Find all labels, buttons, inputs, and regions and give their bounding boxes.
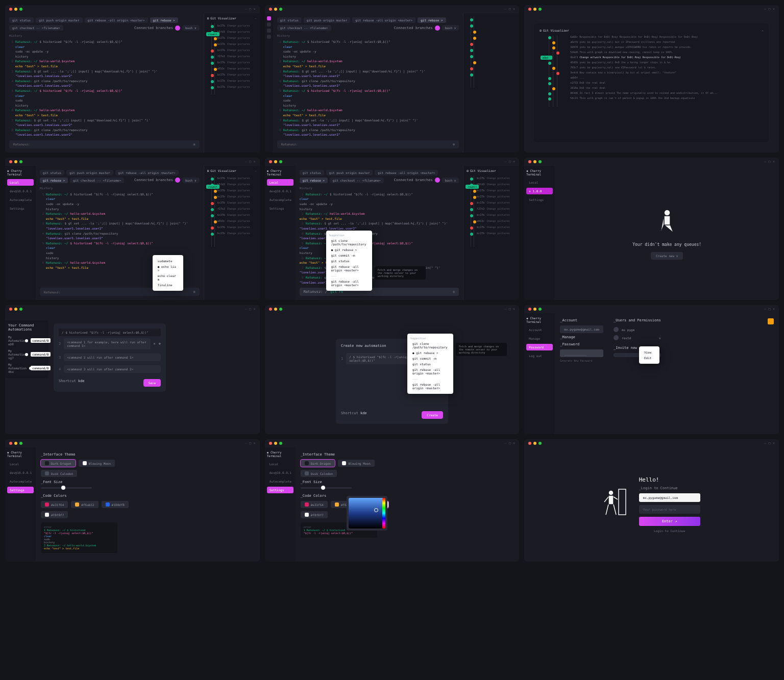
settings-content: _Account mx.pygame@gmail.com _Manage _Pa… xyxy=(555,313,779,434)
font-slider[interactable] xyxy=(41,487,92,489)
color-picker[interactable] xyxy=(347,496,387,531)
empty-illustration-icon xyxy=(652,207,682,237)
panel-title: Your Command Automations xyxy=(8,323,45,332)
permission-popup: View Edit xyxy=(639,346,659,364)
branches-label: Connected branches xyxy=(134,26,173,30)
terminal-window: — ▢ ✕ git status git push origin master … xyxy=(5,5,260,153)
suggestion-item[interactable]: echo clear m xyxy=(156,273,180,282)
nav-icon[interactable] xyxy=(267,29,271,33)
warning-icon[interactable] xyxy=(768,318,774,324)
version-pill[interactable]: + 1.0.0 xyxy=(526,188,553,194)
color-gradient[interactable] xyxy=(349,498,385,528)
svg-rect-2 xyxy=(619,489,626,515)
window-controls: — ▢ ✕ xyxy=(245,7,256,11)
avatar xyxy=(614,327,619,332)
email-input[interactable]: mx.pygame@gmail.com xyxy=(639,493,700,502)
command-field[interactable] xyxy=(13,142,190,146)
create-new-button[interactable]: Create new ∨ xyxy=(651,252,683,260)
viz-icon: ⊞ xyxy=(540,29,542,32)
create-automation-window: — ▢ ✕ Create new automation 1/ $ histori… xyxy=(265,305,520,434)
max-dot[interactable] xyxy=(19,8,22,11)
login-heading: Hello! xyxy=(639,476,700,483)
suggestion-item[interactable]: sudomete xyxy=(156,258,180,264)
theme-colorpicker-window: — ▢ ✕ ◆ Cherry Terminal Local dev@10.0.0… xyxy=(265,439,520,562)
min-dot[interactable] xyxy=(14,8,17,11)
user-row: mx pygm xyxy=(614,325,661,334)
tab[interactable]: git rebase -all origin <master> xyxy=(85,17,148,23)
avatar xyxy=(614,335,619,340)
email-field: mx.pygame@gmail.com xyxy=(560,325,603,333)
automations-window: — ▢ ✕ Your Command Automations My Automa… xyxy=(5,305,260,434)
tab[interactable]: git rebase > xyxy=(150,17,178,23)
svg-rect-4 xyxy=(608,495,614,505)
user-avatar[interactable] xyxy=(175,26,180,31)
empty-text: Your didn't make any queues! xyxy=(632,242,701,247)
tab[interactable]: git push origin master xyxy=(36,17,82,23)
color-chip[interactable]: #180df8 xyxy=(102,501,129,508)
password-input[interactable]: Your password here xyxy=(639,505,700,514)
tab[interactable]: git checkout -- <filename> xyxy=(9,25,63,31)
create-button[interactable]: Create xyxy=(422,411,443,419)
history-label: History xyxy=(9,34,200,37)
lang-select[interactable]: bash ∨ xyxy=(182,25,200,31)
generate-pw-link[interactable]: Generate New Password xyxy=(560,359,603,362)
close-icon[interactable]: ✕ xyxy=(659,336,661,340)
git-viz-modal: ⊞Git Visualizer✕ m8eb5 6a66c Responsible… xyxy=(534,23,769,142)
terminal-pane: git status git push origin master git re… xyxy=(5,13,204,153)
nav-icon[interactable] xyxy=(267,16,271,20)
login-window: — ▢ ✕ Hello! _Login to Continue mx.pygam… xyxy=(524,439,779,562)
sidebar-item[interactable]: dev@10.0.0.1 xyxy=(7,188,34,194)
user-row: rostd✕ xyxy=(614,334,661,342)
close-icon[interactable]: ✕ xyxy=(762,29,764,32)
suggest-popup: Suggestion git clone /path/to/repository… xyxy=(407,334,453,394)
svg-rect-1 xyxy=(664,216,670,225)
suggestion-item[interactable]: finaline xyxy=(156,282,180,288)
code-preview: error 1 Ratunusz: ~/ $ historised "$(fc … xyxy=(41,522,117,553)
svg-point-0 xyxy=(664,210,670,216)
terminal-with-sidebar: — ▢ ✕ ◆ Cherry Terminal Local dev@10.0.0… xyxy=(5,158,260,300)
empty-state: Your didn't make any queues! Create new … xyxy=(555,166,779,300)
command-line[interactable]: / $ historised "$(fc -l -r|uniq| select:… xyxy=(59,329,161,336)
commit-graph: commit bc27bChange pictures b5fd3Change … xyxy=(207,23,257,94)
remove-icon[interactable]: ✕ xyxy=(154,342,156,346)
nav-icon[interactable] xyxy=(267,22,271,27)
add-icon[interactable]: ⊕ xyxy=(159,342,161,346)
theme-chip[interactable]: Blowing Moon xyxy=(79,460,115,467)
account-settings-window: — ▢ ✕ ◆ Cherry Terminal Account Manage P… xyxy=(524,305,779,434)
terminal-window-collapsed-sidebar: — ▢ ✕ git status git push origin master … xyxy=(265,5,520,153)
login-link[interactable]: Login to Continue xyxy=(639,529,700,533)
titlebar: — ▢ ✕ xyxy=(5,5,260,13)
sidebar-item[interactable]: Autocomplete xyxy=(7,196,34,203)
sidebar: ◆ Cherry Terminal Local dev@10.0.0.1 Aut… xyxy=(5,166,36,300)
login-illustration-icon xyxy=(603,487,629,522)
viz-title: ⊞ xyxy=(207,16,209,20)
git-suggest-popup: Suggestion git clone /path/to/repository… xyxy=(326,231,372,291)
suggestion-item[interactable]: ● echo lia > xyxy=(156,264,180,273)
color-chip[interactable]: #f8f8f7 xyxy=(41,511,68,518)
login-content: Hello! _Login to Continue mx.pygame@gmai… xyxy=(524,447,779,562)
sidebar-item[interactable]: Settings xyxy=(7,205,34,212)
login-button[interactable]: Enter ↗ xyxy=(639,517,700,526)
hue-slider[interactable] xyxy=(382,498,385,528)
automations-list: Your Command Automations My Automation o… xyxy=(5,320,48,378)
close-icon[interactable]: — xyxy=(255,16,257,20)
git-visualizer: ⊞Git Visualizer— commit bc27bChange pict… xyxy=(204,13,260,153)
color-chip[interactable]: #e31f64 xyxy=(41,501,68,508)
save-button[interactable]: Save xyxy=(143,379,161,387)
theme-chip[interactable]: Dark Dragon xyxy=(41,460,76,467)
command-input[interactable]: ● xyxy=(9,140,200,148)
empty-queue-window: — ▢ ✕ ◆ Cherry Terminal Local + 1.0.0 Se… xyxy=(524,158,779,300)
tab[interactable]: git status xyxy=(9,17,34,23)
sidebar-item[interactable]: Local xyxy=(7,179,34,186)
nav-icon[interactable] xyxy=(267,35,271,39)
terminal-git-suggest: — ▢ ✕ ◆ Cherry Terminal Local dev@10.0.0… xyxy=(265,158,520,300)
theme-chip[interactable]: Dusk Calodon xyxy=(41,470,77,477)
mic-icon[interactable]: ● xyxy=(193,142,195,146)
login-subheading: _Login to Continue xyxy=(639,486,700,490)
close-dot[interactable] xyxy=(9,8,12,11)
color-chip[interactable]: #f6ab32 xyxy=(71,501,98,508)
password-field[interactable]: ____________ xyxy=(560,349,603,357)
app-title: ◆ Cherry Terminal xyxy=(7,169,34,176)
svg-point-3 xyxy=(608,490,614,495)
git-viz-expanded: — ▢ ✕ ⊞Git Visualizer✕ m8eb5 6a66c Respo… xyxy=(524,5,779,153)
